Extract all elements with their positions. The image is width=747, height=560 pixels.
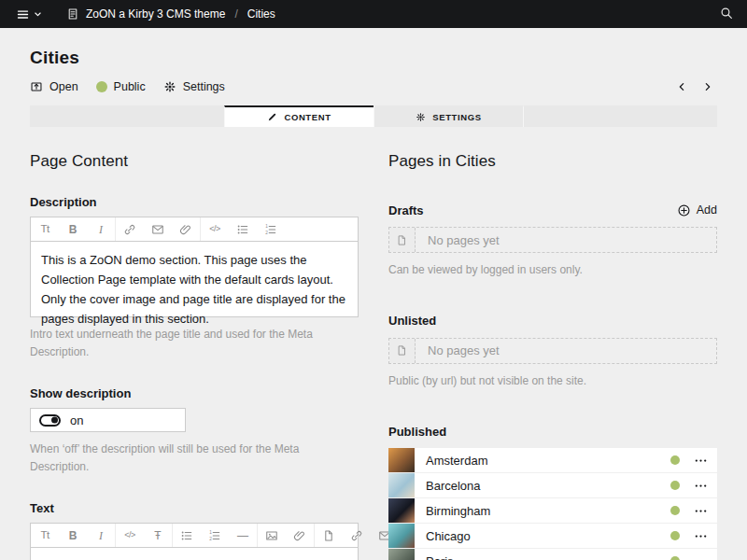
empty-page-icon [389,228,416,252]
status-button[interactable]: Public [96,80,146,93]
menu-button[interactable] [13,6,44,23]
toolbar-bullet-list-button[interactable] [173,524,201,547]
status-public-icon [96,81,107,92]
page-header: Cities Open Public Settings [0,48,747,94]
toolbar-horizontal-rule-button[interactable]: — [229,524,257,547]
description-toolbar: TtBI</>12 [30,217,359,241]
next-page-button[interactable] [698,79,717,94]
page-title-text: Amsterdam [426,454,487,468]
published-section-head: Published [388,424,717,439]
horizontal-rule-icon: — [237,530,248,541]
options-button[interactable] [684,524,717,548]
open-button[interactable]: Open [30,80,78,93]
toolbar-file-button[interactable] [286,524,314,547]
toolbar-ordered-list-button[interactable]: 12 [257,217,285,241]
tab-bar-filler-left [30,105,224,127]
search-icon [719,6,734,21]
page-thumbnail [388,524,415,548]
status-public-icon[interactable] [670,556,680,560]
page-thumbnail [388,448,415,472]
toolbar-italic-button[interactable]: I [87,217,115,241]
page-title: Cities [30,48,717,68]
options-button[interactable] [684,498,717,523]
toolbar-page-button[interactable] [315,524,343,547]
toolbar-bullet-list-button[interactable] [229,217,257,241]
search-button[interactable] [719,6,734,23]
circle-plus-icon [677,203,691,217]
toolbar-bold-button[interactable]: B [59,217,87,241]
text-input[interactable]: You can switch on the display of excerpt… [30,547,359,560]
dots-horizontal-icon [694,454,708,468]
header-buttons-row: Open Public Settings [30,79,717,94]
show-description-toggle[interactable]: on [30,408,186,432]
toggle-state-label: on [70,413,83,427]
page-list-item[interactable]: Paris [388,549,717,560]
status-public-icon[interactable] [670,531,680,540]
tab-bar: CONTENTSETTINGS [30,105,717,127]
drafts-section-head: Drafts Add [388,203,717,217]
toolbar-bold-button[interactable]: B [59,524,87,547]
tab-content[interactable]: CONTENT [224,105,374,127]
toolbar-group [116,217,201,241]
toolbar-group: TtBI [31,524,116,547]
svg-text:2: 2 [265,230,268,234]
status-public-icon[interactable] [670,506,680,515]
unlisted-empty-text: No pages yet [416,343,500,357]
right-column-heading: Pages in Cities [388,152,717,171]
options-button[interactable] [684,473,717,497]
page-thumbnail [388,549,415,560]
bullet-list-icon [180,529,193,542]
description-help-text: Intro text underneath the page title and… [30,326,329,360]
toolbar-email-button[interactable] [144,217,172,241]
toolbar-code-button[interactable]: </> [201,217,229,241]
show-description-label: Show description [30,386,359,400]
page-list-item[interactable]: Chicago [388,524,717,548]
show-description-field: Show description on When ‘off’ the descr… [30,386,359,475]
page-list-item[interactable]: Birmingham [388,498,717,523]
options-button[interactable] [684,549,717,560]
file-icon [293,529,306,542]
toggle-on-icon [39,414,61,427]
pencil-icon [267,112,277,122]
options-button[interactable] [684,448,717,472]
page-list-item[interactable]: Barcelona [388,473,717,497]
toolbar-image-button[interactable] [258,524,286,547]
left-column: Page Content Description TtBI</>12 This … [30,152,359,560]
toolbar-headlines-button[interactable]: Tt [31,217,59,241]
page-list-item[interactable]: Amsterdam [388,448,717,472]
text-toolbar: TtBI</>Ŧ12— [30,523,359,547]
status-public-icon[interactable] [670,455,680,465]
drafts-empty-text: No pages yet [416,233,500,247]
page-pager [672,79,717,94]
status-public-icon[interactable] [670,481,680,490]
description-label: Description [30,195,359,209]
drafts-section: Drafts Add No pages yet Can be viewed by… [388,203,717,279]
link-icon [123,223,136,236]
page-title-text: Barcelona [426,479,481,493]
toolbar-group [258,524,315,547]
tab-bar-filler-right [523,105,717,127]
toolbar-code-button[interactable]: </> [116,524,144,547]
toolbar-link-button[interactable] [343,524,371,547]
published-page-list: AmsterdamBarcelonaBirminghamChicagoParis… [388,448,717,560]
settings-button[interactable]: Settings [163,80,225,93]
breadcrumb-site[interactable]: ZoON a Kirby 3 CMS theme [86,7,225,21]
toolbar-group: </>Ŧ [116,524,173,547]
toolbar-ordered-list-button[interactable]: 12 [201,524,229,547]
tab-label: CONTENT [284,112,331,122]
toolbar-headlines-button[interactable]: Tt [31,524,59,547]
description-input[interactable]: This is a ZoON demo section. This page u… [30,241,359,317]
add-page-button[interactable]: Add [677,203,717,217]
tab-settings[interactable]: SETTINGS [374,105,523,127]
right-column: Pages in Cities Drafts Add No pages yet … [388,152,717,560]
dots-horizontal-icon [694,479,708,493]
page-thumbnail [388,498,415,523]
toolbar-strikethrough-button[interactable]: Ŧ [144,524,172,547]
toolbar-italic-button[interactable]: I [87,524,115,547]
italic-icon: I [99,224,103,235]
breadcrumb-page[interactable]: Cities [247,7,275,21]
email-icon [151,223,164,236]
prev-page-button[interactable] [672,79,691,94]
toolbar-link-button[interactable] [116,217,144,241]
toolbar-file-button[interactable] [172,217,200,241]
